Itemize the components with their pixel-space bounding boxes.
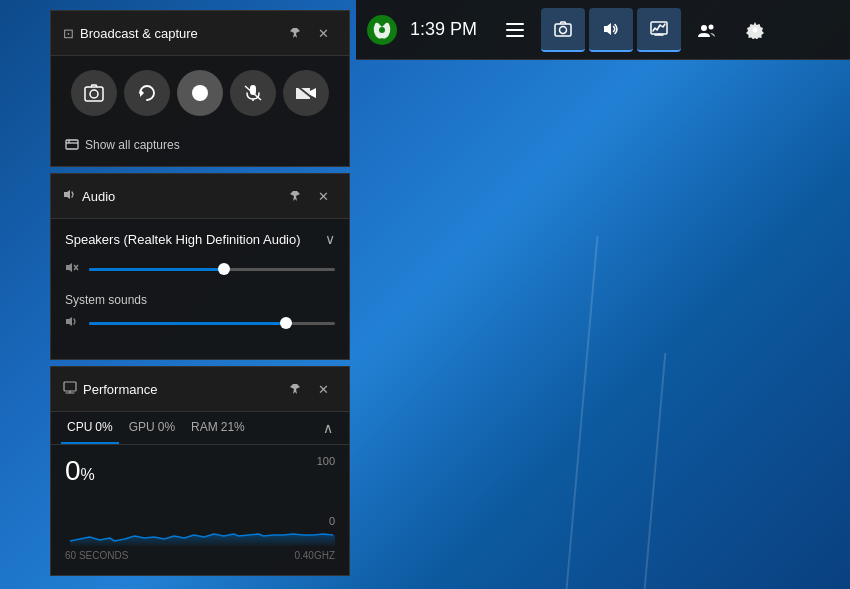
- show-captures-link[interactable]: Show all captures: [51, 130, 349, 166]
- performance-close-button[interactable]: ✕: [309, 375, 337, 403]
- mic-toggle-button[interactable]: [230, 70, 276, 116]
- mute-icon[interactable]: [65, 261, 81, 277]
- main-volume-slider-row: [65, 261, 335, 277]
- desktop-lines: [360, 0, 850, 589]
- gamebar-time: 1:39 PM: [410, 19, 477, 40]
- system-volume-slider-row: [65, 315, 335, 331]
- broadcast-panel-header: ⊡ Broadcast & capture ✕: [51, 11, 349, 56]
- svg-rect-20: [66, 140, 78, 149]
- performance-title: Performance: [83, 382, 281, 397]
- system-sounds-label: System sounds: [65, 293, 335, 307]
- perf-tab-gpu-value: 0%: [158, 420, 175, 434]
- audio-device-row: Speakers (Realtek High Definition Audio)…: [65, 231, 335, 247]
- perf-tab-cpu-value: 0%: [95, 420, 112, 434]
- broadcast-panel: ⊡ Broadcast & capture ✕: [50, 10, 350, 167]
- gamebar-menu-button[interactable]: [493, 8, 537, 52]
- perf-tab-gpu[interactable]: GPU 0%: [123, 412, 181, 444]
- performance-footer: 60 SECONDS 0.40GHz: [65, 550, 335, 561]
- svg-rect-2: [506, 23, 524, 25]
- performance-max-value: 100: [317, 455, 335, 467]
- audio-icon: [63, 188, 76, 204]
- performance-time-label: 60 SECONDS: [65, 550, 128, 561]
- camera-toggle-button[interactable]: [283, 70, 329, 116]
- gamebar-screenshot-button[interactable]: [541, 8, 585, 52]
- broadcast-close-button[interactable]: ✕: [309, 19, 337, 47]
- performance-pin-button[interactable]: [281, 375, 309, 403]
- main-volume-fill: [89, 268, 224, 271]
- performance-panel-header: Performance ✕: [51, 367, 349, 412]
- broadcast-buttons-row: [51, 56, 349, 130]
- perf-tab-ram-label: RAM: [191, 420, 218, 434]
- desktop-line-1: [565, 236, 598, 589]
- gamebar-social-button[interactable]: [685, 8, 729, 52]
- main-volume-thumb[interactable]: [218, 263, 230, 275]
- svg-marker-14: [140, 89, 144, 97]
- broadcast-title: Broadcast & capture: [80, 26, 281, 41]
- show-captures-label: Show all captures: [85, 138, 180, 152]
- performance-tabs: CPU 0% GPU 0% RAM 21% ∧: [51, 412, 349, 445]
- audio-pin-button[interactable]: [281, 182, 309, 210]
- audio-title: Audio: [82, 189, 281, 204]
- svg-rect-25: [64, 382, 76, 391]
- audio-panel-header: Audio ✕: [51, 174, 349, 219]
- audio-panel-body: Speakers (Realtek High Definition Audio)…: [51, 219, 349, 359]
- svg-rect-4: [506, 35, 524, 37]
- perf-tab-ram-value: 21%: [221, 420, 245, 434]
- svg-point-1: [379, 27, 385, 33]
- system-volume-fill: [89, 322, 286, 325]
- svg-marker-26: [70, 534, 335, 546]
- broadcast-pin-button[interactable]: [281, 19, 309, 47]
- svg-point-13: [90, 90, 98, 98]
- audio-device-chevron[interactable]: ∨: [325, 231, 335, 247]
- record-button[interactable]: [177, 70, 223, 116]
- svg-rect-3: [506, 29, 524, 31]
- svg-point-6: [560, 26, 567, 33]
- system-volume-thumb[interactable]: [280, 317, 292, 329]
- perf-tab-ram[interactable]: RAM 21%: [185, 412, 251, 444]
- performance-chart-svg: [65, 491, 335, 546]
- gamebar-topbar: 1:39 PM: [356, 0, 850, 60]
- performance-body: 0% 100 0: [51, 445, 349, 575]
- performance-panel: Performance ✕ CPU 0% GPU 0% RAM 21% ∧: [50, 366, 350, 576]
- desktop-line-2: [644, 353, 667, 589]
- svg-rect-12: [85, 87, 103, 101]
- system-volume-track[interactable]: [89, 322, 335, 325]
- perf-tab-gpu-label: GPU: [129, 420, 155, 434]
- gamebar-audio-button[interactable]: [589, 8, 633, 52]
- screenshot-button[interactable]: [71, 70, 117, 116]
- gamebar-settings-button[interactable]: [733, 8, 777, 52]
- record-indicator: [192, 85, 208, 101]
- replay-button[interactable]: [124, 70, 170, 116]
- svg-point-11: [753, 27, 758, 32]
- audio-device-name: Speakers (Realtek High Definition Audio): [65, 232, 301, 247]
- panels-container: ⊡ Broadcast & capture ✕: [50, 10, 350, 582]
- broadcast-icon: ⊡: [63, 26, 74, 41]
- svg-point-9: [709, 24, 714, 29]
- perf-tab-cpu[interactable]: CPU 0%: [61, 412, 119, 444]
- performance-collapse-button[interactable]: ∧: [317, 416, 339, 440]
- gamebar-performance-button[interactable]: [637, 8, 681, 52]
- perf-tab-cpu-label: CPU: [67, 420, 92, 434]
- main-volume-track[interactable]: [89, 268, 335, 271]
- performance-chart: [65, 491, 335, 546]
- audio-panel: Audio ✕ Speakers (Realtek High Definitio…: [50, 173, 350, 360]
- xbox-icon: [366, 14, 398, 46]
- system-sound-icon: [65, 315, 81, 331]
- performance-current-value: 0%: [65, 455, 95, 487]
- svg-point-8: [701, 25, 707, 31]
- audio-close-button[interactable]: ✕: [309, 182, 337, 210]
- performance-icon: [63, 381, 77, 397]
- performance-freq-label: 0.40GHz: [294, 550, 335, 561]
